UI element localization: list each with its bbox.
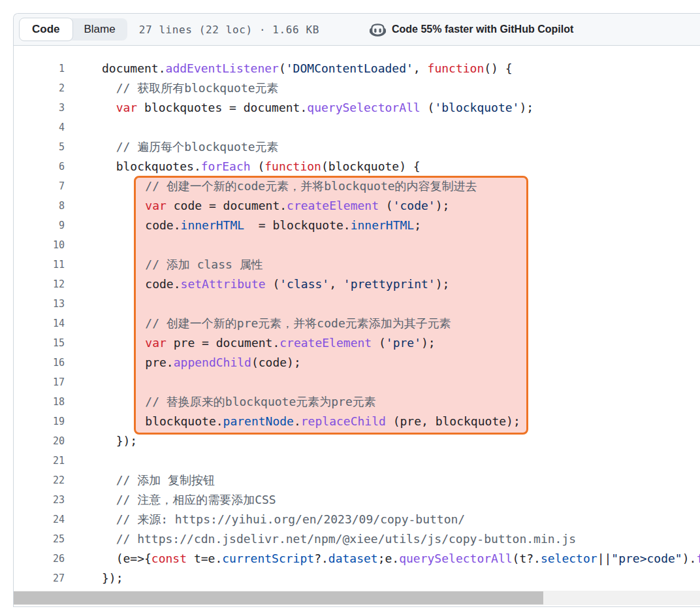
line-number[interactable]: 12 (14, 274, 65, 294)
copilot-icon (370, 22, 386, 38)
code-line: 25 // https://cdn.jsdelivr.net/npm/@xiee… (14, 529, 700, 549)
code-text (65, 372, 117, 392)
code-line: 13 (14, 294, 700, 314)
code-text: // 注意，相应的需要添加CSS (65, 490, 276, 510)
code-line: 15 var pre = document.createElement ('pr… (14, 333, 700, 353)
line-number[interactable]: 26 (14, 549, 65, 569)
code-text (65, 294, 117, 314)
line-number[interactable]: 25 (14, 529, 65, 549)
code-text: // 遍历每个blockquote元素 (65, 137, 279, 157)
page: { "header": { "tabs": [ {"label": "Code"… (0, 0, 700, 611)
code-line: 4 (14, 118, 700, 137)
blob-header: Code Blame 27 lines (22 loc) · 1.66 KB C… (14, 14, 700, 46)
code-line: 14 // 创建一个新的pre元素，并将code元素添加为其子元素 (14, 314, 700, 333)
code-text: blockquotes.forEach (function(blockquote… (65, 157, 421, 176)
code-line: 24 // 来源: https://yihui.org/en/2023/09/c… (14, 510, 700, 529)
code-line: 3 var blockquotes = document.querySelect… (14, 98, 700, 118)
line-number[interactable]: 19 (14, 412, 65, 431)
code-line: 17 (14, 372, 700, 392)
tab-code[interactable]: Code (19, 18, 73, 41)
line-number[interactable]: 15 (14, 333, 65, 353)
code-line: 22 // 添加 复制按钮 (14, 471, 700, 490)
code-line: 2 // 获取所有blockquote元素 (14, 78, 700, 98)
line-number[interactable]: 3 (14, 98, 65, 118)
file-stats: 27 lines (22 loc) · 1.66 KB (139, 24, 319, 36)
line-number[interactable]: 24 (14, 510, 65, 529)
code-line: 5 // 遍历每个blockquote元素 (14, 137, 700, 157)
code-blame-switcher: Code Blame (20, 18, 127, 41)
line-number[interactable]: 9 (14, 216, 65, 235)
code-text: }); (65, 431, 137, 451)
code-text: // 添加 复制按钮 (65, 471, 215, 490)
code-line: 23 // 注意，相应的需要添加CSS (14, 490, 700, 510)
code-area: 1document.addEventListener('DOMContentLo… (14, 46, 700, 606)
code-line: 20 }); (14, 431, 700, 451)
code-text: document.addEventListener('DOMContentLoa… (65, 59, 513, 78)
line-number[interactable]: 1 (14, 59, 65, 78)
code-line: 10 (14, 235, 700, 255)
code-text: code.setAttribute ('class', 'prettyprint… (65, 274, 449, 294)
code-text: var code = document.createElement ('code… (65, 196, 449, 216)
code-line: 6 blockquotes.forEach (function(blockquo… (14, 157, 700, 176)
code-line: 16 pre.appendChild(code); (14, 353, 700, 372)
code-line: 12 code.setAttribute ('class', 'prettypr… (14, 274, 700, 294)
scrollbar-thumb[interactable] (14, 591, 543, 604)
line-number[interactable]: 8 (14, 196, 65, 216)
code-line: 18 // 替换原来的blockquote元素为pre元素 (14, 392, 700, 412)
code-text: (e=>{const t=e.currentScript?.dataset;e.… (65, 549, 700, 569)
code-text: // https://cdn.jsdelivr.net/npm/@xiee/ut… (65, 529, 576, 549)
code-text: // 创建一个新的code元素，并将blockquote的内容复制进去 (65, 176, 477, 196)
code-text: blockquote.parentNode.replaceChild (pre,… (65, 412, 520, 431)
code-line: 26 (e=>{const t=e.currentScript?.dataset… (14, 549, 700, 569)
line-number[interactable]: 2 (14, 78, 65, 98)
code-lines: 1document.addEventListener('DOMContentLo… (14, 46, 700, 588)
line-number[interactable]: 10 (14, 235, 65, 255)
code-text: code.innerHTML = blockquote.innerHTML; (65, 216, 421, 235)
code-text: // 替换原来的blockquote元素为pre元素 (65, 392, 376, 412)
line-number[interactable]: 14 (14, 314, 65, 333)
code-text (65, 451, 102, 471)
code-line: 8 var code = document.createElement ('co… (14, 196, 700, 216)
horizontal-scrollbar[interactable] (14, 591, 700, 605)
code-text: }); (65, 569, 123, 588)
code-line: 19 blockquote.parentNode.replaceChild (p… (14, 412, 700, 431)
code-line: 7 // 创建一个新的code元素，并将blockquote的内容复制进去 (14, 176, 700, 196)
code-text: // 来源: https://yihui.org/en/2023/09/copy… (65, 510, 465, 529)
line-number[interactable]: 6 (14, 157, 65, 176)
line-number[interactable]: 7 (14, 176, 65, 196)
code-line: 11 // 添加 class 属性 (14, 255, 700, 274)
code-text (65, 118, 102, 137)
tab-blame[interactable]: Blame (72, 18, 127, 41)
code-text: pre.appendChild(code); (65, 353, 301, 372)
line-number[interactable]: 20 (14, 431, 65, 451)
line-number[interactable]: 18 (14, 392, 65, 412)
code-line: 21 (14, 451, 700, 471)
code-line: 27}); (14, 569, 700, 588)
file-view-card: Code Blame 27 lines (22 loc) · 1.66 KB C… (13, 13, 700, 607)
line-number[interactable]: 23 (14, 490, 65, 510)
copilot-banner[interactable]: Code 55% faster with GitHub Copilot (370, 14, 573, 45)
code-line: 9 code.innerHTML = blockquote.innerHTML; (14, 216, 700, 235)
line-number[interactable]: 21 (14, 451, 65, 471)
code-text (65, 235, 117, 255)
code-text: // 创建一个新的pre元素，并将code元素添加为其子元素 (65, 314, 451, 333)
line-number[interactable]: 13 (14, 294, 65, 314)
line-number[interactable]: 5 (14, 137, 65, 157)
line-number[interactable]: 27 (14, 569, 65, 588)
line-number[interactable]: 16 (14, 353, 65, 372)
code-text: // 添加 class 属性 (65, 255, 263, 274)
code-text: // 获取所有blockquote元素 (65, 78, 279, 98)
line-number[interactable]: 4 (14, 118, 65, 137)
code-text: var blockquotes = document.querySelector… (65, 98, 533, 118)
code-text: var pre = document.createElement ('pre')… (65, 333, 436, 353)
copilot-banner-label: Code 55% faster with GitHub Copilot (392, 24, 573, 35)
code-line: 1document.addEventListener('DOMContentLo… (14, 59, 700, 78)
line-number[interactable]: 17 (14, 372, 65, 392)
line-number[interactable]: 11 (14, 255, 65, 274)
line-number[interactable]: 22 (14, 471, 65, 490)
